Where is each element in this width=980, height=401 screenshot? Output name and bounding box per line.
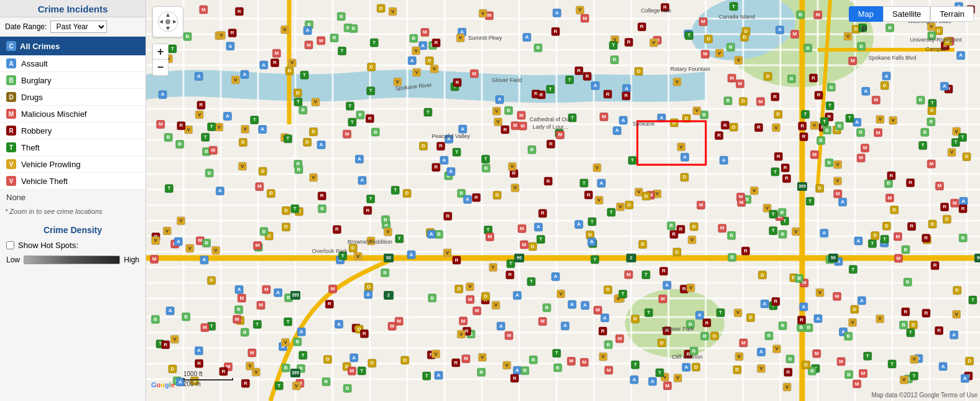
all-crimes-label: All Crimes [20, 42, 60, 51]
crime-list-item-assault[interactable]: AAssault [0, 55, 146, 72]
pan-icon [157, 11, 179, 33]
crime-list-item-drugs[interactable]: DDrugs [0, 89, 146, 106]
low-label: Low [6, 256, 20, 264]
all-crimes-icon: C [6, 41, 16, 51]
crime-label-robbery: Robbery [21, 126, 52, 136]
density-gradient-row: Low High [0, 253, 146, 269]
high-label: High [124, 256, 139, 264]
svg-point-5 [165, 19, 170, 24]
gradient-bar [24, 256, 120, 264]
scale-label-ft: 1000 ft [183, 371, 233, 377]
date-range-row: Date Range: Past Year Past Month Past We… [0, 17, 146, 37]
crime-label-burglary: Burglary [21, 76, 51, 85]
sidebar: Crime Incidents Date Range: Past Year Pa… [0, 0, 146, 401]
crime-list-item-theft[interactable]: TTheft [0, 139, 146, 156]
show-hotspots-checkbox[interactable] [6, 241, 14, 249]
crime-label-vtheft: Vehicle Theft [21, 177, 68, 186]
crime-list-item-vprowl[interactable]: VVehicle Prowling [0, 156, 146, 173]
crime-icon-burglary: B [6, 75, 16, 85]
map-button[interactable]: Map [849, 6, 883, 22]
crime-icon-malicious: M [6, 109, 16, 119]
scale-bar: 1000 ft 200 m [183, 371, 233, 387]
map-container[interactable]: Map Satellite Terrain + − Google 1000 ft… [146, 0, 980, 401]
zoom-note: * Zoom in to see crime locations [0, 205, 146, 220]
google-logo: Google [151, 381, 175, 389]
crime-icon-drugs: D [6, 92, 16, 102]
scale-label-m: 200 m [183, 380, 233, 387]
crime-label-malicious: Malicious Mischief [21, 109, 86, 119]
show-hotspots-row: Show Hot Spots: [0, 237, 146, 253]
crime-icon-assault: A [6, 58, 16, 68]
crime-label-vprowl: Vehicle Prowling [21, 160, 80, 169]
show-hotspots-label: Show Hot Spots: [18, 241, 78, 250]
none-row: None [0, 190, 146, 205]
crime-label-assault: Assault [21, 59, 48, 68]
date-range-label: Date Range: [5, 22, 47, 31]
density-title: Crime Density [0, 220, 146, 237]
copyright: Map data ©2012 Google Terms of Use [871, 392, 978, 399]
crime-icon-theft: T [6, 142, 16, 152]
crime-icon-vtheft: V [6, 176, 16, 186]
zoom-out-button[interactable]: − [152, 60, 169, 76]
crime-icon-robbery: R [6, 126, 16, 136]
terrain-button[interactable]: Terrain [930, 6, 974, 22]
nav-control[interactable] [152, 6, 183, 37]
crime-label-theft: Theft [21, 143, 40, 152]
map-type-buttons: Map Satellite Terrain [849, 6, 974, 22]
crime-list: AAssaultBBurglaryDDrugsMMalicious Mischi… [0, 55, 146, 190]
crime-list-item-burglary[interactable]: BBurglary [0, 72, 146, 89]
crime-icon-vprowl: V [6, 159, 16, 169]
sidebar-title: Crime Incidents [0, 0, 146, 17]
satellite-button[interactable]: Satellite [883, 6, 930, 22]
zoom-in-button[interactable]: + [152, 44, 169, 60]
crime-list-item-vtheft[interactable]: VVehicle Theft [0, 173, 146, 190]
crime-label-drugs: Drugs [21, 93, 43, 102]
map-canvas [146, 0, 980, 401]
date-range-select[interactable]: Past Year Past Month Past Week Past Day [50, 21, 107, 33]
crime-list-item-robbery[interactable]: RRobbery [0, 122, 146, 139]
crime-list-item-malicious[interactable]: MMalicious Mischief [0, 106, 146, 122]
all-crimes-row[interactable]: C All Crimes [0, 37, 146, 55]
